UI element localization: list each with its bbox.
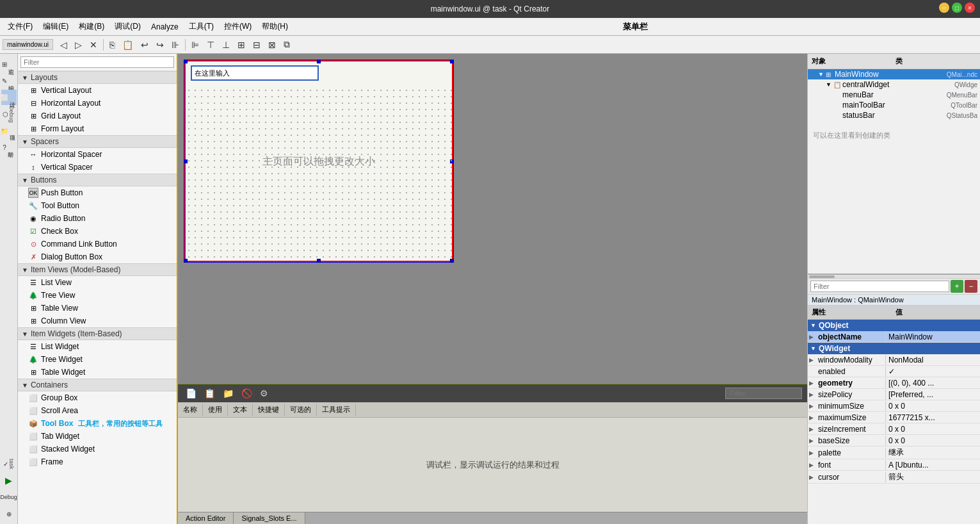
prop-row-minimumsize[interactable]: ▶ minimumSize 0 x 0 xyxy=(808,400,980,412)
handle-top[interactable] xyxy=(317,60,321,63)
prop-row-basesize[interactable]: ▶ baseSize 0 x 0 xyxy=(808,435,980,446)
section-containers[interactable]: ▼ Containers xyxy=(18,379,177,391)
horiz-scroll-thumb[interactable] xyxy=(809,275,835,278)
widget-table-view[interactable]: ⊞ Table View xyxy=(18,302,177,315)
widget-tool-button[interactable]: 🔧 Tool Button xyxy=(18,199,177,212)
prop-row-palette[interactable]: ▶ palette 继承 xyxy=(808,446,980,459)
minimize-button[interactable]: − xyxy=(939,3,949,13)
tb-nav-forward[interactable]: ▷ xyxy=(72,38,85,52)
tb-form[interactable]: ⊟ xyxy=(250,38,264,52)
menu-build[interactable]: 构建(B) xyxy=(74,19,109,35)
widget-grid-layout[interactable]: ⊞ Grid Layout xyxy=(18,110,177,122)
section-spacers[interactable]: ▼ Spacers xyxy=(18,135,177,148)
design-canvas[interactable]: 在这里输入 主页面可以拖拽更改大小 xyxy=(178,54,807,383)
tree-row-statusbar[interactable]: statusBar QStatusBa xyxy=(808,110,980,120)
tb-break[interactable]: ⊠ xyxy=(265,38,279,52)
bt-delete[interactable]: 🚫 xyxy=(239,387,255,400)
widget-table-widget[interactable]: ⊞ Table Widget xyxy=(18,366,177,379)
sidebar-welcome[interactable]: ⊞欢迎 xyxy=(1,56,17,72)
prop-section-qobject[interactable]: ▼ QObject xyxy=(808,320,980,331)
menu-debug[interactable]: 调试(D) xyxy=(109,19,146,35)
bt-paste[interactable]: 📁 xyxy=(220,387,236,400)
widget-horiz-spacer[interactable]: ↔ Horizontal Spacer xyxy=(18,148,177,161)
bottom-filter-input[interactable] xyxy=(725,388,802,399)
prop-row-geometry[interactable]: ▶ geometry [(0, 0), 400 ... xyxy=(808,377,980,389)
widget-vert-spacer[interactable]: ↕ Vertical Spacer xyxy=(18,161,177,174)
prop-row-objectname[interactable]: ▶ objectName MainWindow xyxy=(808,331,980,343)
tb-nav-back[interactable]: ◁ xyxy=(57,38,70,52)
widget-radio-button[interactable]: ◉ Radio Button xyxy=(18,212,177,225)
widget-scroll-area[interactable]: ⬜ Scroll Area xyxy=(18,404,177,417)
sidebar-project[interactable]: 📁项目 xyxy=(1,123,17,138)
prop-row-enabled[interactable]: enabled ✓ xyxy=(808,366,980,377)
tb-align-top[interactable]: ⊤ xyxy=(204,38,218,52)
close-button[interactable]: × xyxy=(965,3,975,13)
canvas-input-field[interactable]: 在这里输入 xyxy=(191,65,319,81)
prop-row-maximumsize[interactable]: ▶ maximumSize 16777215 x... xyxy=(808,412,980,423)
widget-frame[interactable]: ⬜ Frame xyxy=(18,455,177,468)
sidebar-run-debug[interactable]: Debug xyxy=(1,489,17,505)
canvas-widget[interactable]: 在这里输入 主页面可以拖拽更改大小 xyxy=(184,60,453,262)
widget-filter-input[interactable] xyxy=(20,56,174,68)
menu-tools[interactable]: 工具(T) xyxy=(184,19,219,35)
sidebar-edit[interactable]: ✎编辑 xyxy=(1,73,17,88)
tb-align-right[interactable]: ⊫ xyxy=(188,38,202,52)
widget-tree-widget[interactable]: 🌲 Tree Widget xyxy=(18,353,177,366)
tb-grid[interactable]: ⊞ xyxy=(234,38,248,52)
btab-action-editor[interactable]: Action Editor xyxy=(178,512,234,524)
widget-dialog-button-box[interactable]: ✗ Dialog Button Box xyxy=(18,250,177,263)
widget-push-button[interactable]: OK Push Button xyxy=(18,186,177,199)
tb-undo[interactable]: ↩ xyxy=(138,38,152,52)
tb-redo[interactable]: ↪ xyxy=(153,38,167,52)
widget-list-view[interactable]: ☰ List View xyxy=(18,276,177,289)
prop-row-windowmodality[interactable]: ▶ windowModality NonModal xyxy=(808,354,980,366)
tb-preview[interactable]: ⧉ xyxy=(280,37,293,52)
sidebar-attach[interactable]: ⊕ xyxy=(1,506,17,521)
widget-tool-box[interactable]: 📦 Tool Box 工具栏，常用的按钮等工具 xyxy=(18,417,177,430)
tree-row-centralwidget[interactable]: ▼ 📋 centralWidget QWidge xyxy=(808,79,980,90)
prop-remove-button[interactable]: − xyxy=(965,280,977,293)
sidebar-design[interactable]: ⬜设计 xyxy=(1,90,17,105)
tb-copy[interactable]: ⎘ xyxy=(106,38,118,52)
bt-settings[interactable]: ⚙ xyxy=(257,387,271,400)
handle-tl[interactable] xyxy=(184,60,188,63)
tb-paste[interactable]: 📋 xyxy=(119,38,136,52)
menu-help[interactable]: 帮助(H) xyxy=(257,19,293,35)
widget-command-link[interactable]: ⊙ Command Link Button xyxy=(18,238,177,250)
prop-row-sizepolicy[interactable]: ▶ sizePolicy [Preferred, ... xyxy=(808,389,980,400)
widget-tab-widget[interactable]: ⬜ Tab Widget xyxy=(18,430,177,443)
tab-file[interactable]: mainwindow.ui xyxy=(3,39,53,50)
prop-filter-input[interactable] xyxy=(810,281,949,292)
widget-tree-view[interactable]: 🌲 Tree View xyxy=(18,289,177,302)
prop-section-qwidget[interactable]: ▼ QWidget xyxy=(808,343,980,354)
maximize-button[interactable]: □ xyxy=(952,3,962,13)
section-layouts[interactable]: ▼ Layouts xyxy=(18,71,177,84)
menu-analyze[interactable]: Analyze xyxy=(146,20,184,34)
menu-edit[interactable]: 编辑(E) xyxy=(38,19,74,35)
prop-row-font[interactable]: ▶ font A [Ubuntu... xyxy=(808,459,980,471)
btab-signals-slots[interactable]: Signals_Slots E... xyxy=(234,512,305,524)
section-item-views[interactable]: ▼ Item Views (Model-Based) xyxy=(18,263,177,276)
widget-form-layout[interactable]: ⊞ Form Layout xyxy=(18,122,177,135)
widget-list-widget[interactable]: ☰ List Widget xyxy=(18,340,177,353)
widget-column-view[interactable]: ⊞ Column View xyxy=(18,315,177,327)
widget-vertical-layout[interactable]: ⊞ Vertical Layout xyxy=(18,84,177,97)
tb-align-bottom[interactable]: ⊥ xyxy=(219,38,233,52)
tree-row-maintoolbar[interactable]: mainToolBar QToolBar xyxy=(808,100,980,110)
sidebar-run[interactable]: ▶ xyxy=(1,473,17,488)
tree-row-mainwindow[interactable]: ▼ ⊞ MainWindow QMai...ndc xyxy=(808,69,980,79)
sidebar-help[interactable]: ?帮助 xyxy=(1,140,17,155)
widget-horizontal-layout[interactable]: ⊟ Horizontal Layout xyxy=(18,97,177,110)
menu-file[interactable]: 文件(F) xyxy=(3,19,38,35)
section-buttons[interactable]: ▼ Buttons xyxy=(18,174,177,186)
menu-widgets[interactable]: 控件(W) xyxy=(219,19,257,35)
tb-align-left[interactable]: ⊪ xyxy=(168,38,182,52)
bt-copy[interactable]: 📋 xyxy=(202,387,218,400)
handle-tr[interactable] xyxy=(450,60,454,63)
prop-row-cursor[interactable]: ▶ cursor 箭头 xyxy=(808,471,980,484)
widget-group-box[interactable]: ⬜ Group Box xyxy=(18,391,177,404)
object-tree[interactable]: ▼ ⊞ MainWindow QMai...ndc ▼ 📋 centralWid… xyxy=(808,69,980,275)
widget-stacked-widget[interactable]: ⬜ Stacked Widget xyxy=(18,443,177,455)
widget-check-box[interactable]: ☑ Check Box xyxy=(18,225,177,238)
tree-row-menubar[interactable]: menuBar QMenuBar xyxy=(808,90,980,100)
